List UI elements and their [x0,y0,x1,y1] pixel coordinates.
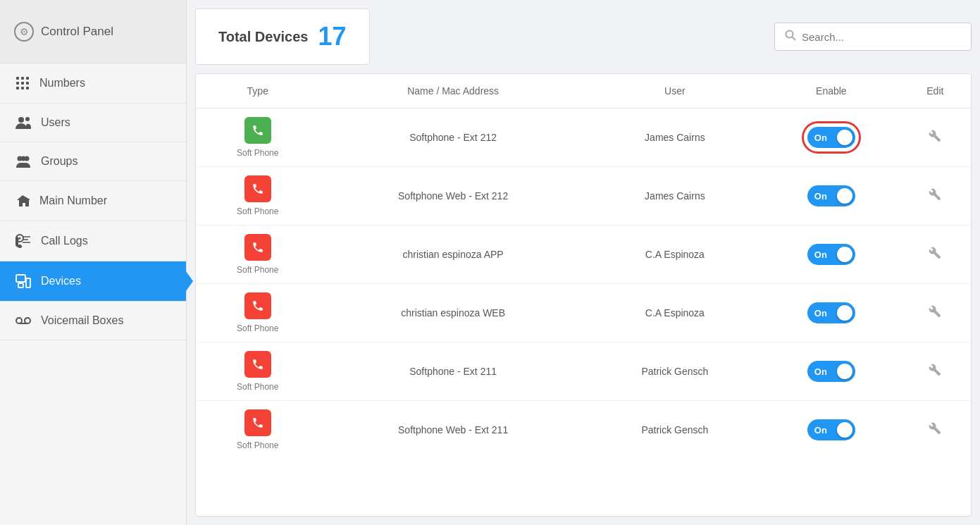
toggle-3[interactable]: On [807,302,855,323]
table-row: Soft Phone Softphone Web - Ext 211 Patri… [196,401,971,459]
sidebar-item-voicemail[interactable]: Voicemail Boxes [0,302,186,340]
sidebar-item-label-main-number: Main Number [39,194,107,207]
cell-user-2: C.A Espinoza [587,226,763,284]
edit-wrench-5[interactable] [929,424,941,438]
phone-icon-5 [244,409,271,436]
sidebar-item-users[interactable]: Users [0,104,186,142]
edit-wrench-1[interactable] [929,190,941,204]
cell-type-3: Soft Phone [196,284,320,342]
toggle-4[interactable]: On [807,361,855,382]
devices-table: Type Name / Mac Address User Enable Edit… [196,74,971,459]
topbar: Total Devices 17 [195,8,972,65]
svg-rect-4 [21,82,24,85]
toggle-0[interactable]: On [807,127,855,148]
cell-enable-5: On [763,401,900,459]
col-enable: Enable [763,74,900,109]
edit-wrench-0[interactable] [929,131,941,145]
home-icon [15,194,30,208]
soft-phone-label-3: Soft Phone [237,323,278,333]
cell-user-4: Patrick Gensch [587,342,763,401]
col-type: Type [196,74,320,109]
phone-icon-1 [244,175,271,202]
devices-table-container: Type Name / Mac Address User Enable Edit… [195,73,972,517]
toggle-label-3: On [814,308,827,319]
svg-point-13 [21,156,26,161]
cell-user-0: James Cairns [587,109,763,167]
svg-point-23 [16,318,22,323]
edit-wrench-3[interactable] [929,307,941,321]
edit-wrench-2[interactable] [929,248,941,262]
svg-point-10 [25,117,30,121]
sidebar-item-call-logs[interactable]: Call Logs [0,221,186,261]
cell-name-3: christian espinoza WEB [320,284,587,342]
search-box [774,23,972,51]
table-row: Soft Phone Softphone Web - Ext 212 James… [196,167,971,226]
cell-enable-1: On [763,167,900,226]
toggle-1[interactable]: On [807,185,855,206]
table-row: Soft Phone christian espinoza WEB C.A Es… [196,284,971,342]
cell-enable-3: On [763,284,900,342]
edit-wrench-4[interactable] [929,365,941,379]
sidebar-item-label-groups: Groups [41,155,77,168]
svg-rect-21 [26,278,30,288]
cell-type-1: Soft Phone [196,167,320,226]
cell-edit-2 [900,226,971,284]
cell-enable-4: On [763,342,900,401]
cell-edit-3 [900,284,971,342]
cell-enable-2: On [763,226,900,284]
toggle-knob-4 [837,364,852,379]
svg-rect-6 [16,87,19,89]
cell-name-2: christian espinoza APP [320,226,587,284]
table-row: Soft Phone Softphone - Ext 212 James Cai… [196,109,971,167]
control-panel-link[interactable]: ⚙ Control Panel [0,0,186,63]
cell-type-5: Soft Phone [196,401,320,459]
cell-user-5: Patrick Gensch [587,401,763,459]
groups-icon [15,155,31,168]
soft-phone-label-4: Soft Phone [237,382,278,392]
toggle-5[interactable]: On [807,419,855,440]
cell-user-1: James Cairns [587,167,763,226]
search-icon [785,30,796,44]
sidebar-item-devices[interactable]: Devices [0,261,186,302]
svg-rect-20 [18,283,23,288]
table-row: Soft Phone Softphone - Ext 211 Patrick G… [196,342,971,401]
toggle-label-2: On [814,249,827,260]
sidebar-item-label-call-logs: Call Logs [41,235,88,247]
devices-icon [15,274,31,288]
sidebar-item-main-number[interactable]: Main Number [0,181,186,221]
toggle-knob-5 [837,422,852,438]
search-input[interactable] [802,31,961,43]
toggle-label-0: On [814,132,827,143]
col-name: Name / Mac Address [320,74,587,109]
cell-edit-0 [900,109,971,167]
sidebar-item-label-voicemail: Voicemail Boxes [41,314,123,327]
table-header-row: Type Name / Mac Address User Enable Edit [196,74,971,109]
svg-rect-5 [26,82,29,85]
col-edit: Edit [900,74,971,109]
toggle-knob-2 [837,247,852,262]
toggle-label-4: On [814,366,827,377]
sidebar-item-label-devices: Devices [41,275,81,288]
svg-point-24 [25,318,30,323]
numbers-icon [15,76,30,90]
sidebar-item-numbers[interactable]: Numbers [0,63,186,104]
svg-rect-3 [16,82,19,85]
soft-phone-label-5: Soft Phone [237,440,278,450]
cell-user-3: C.A Espinoza [587,284,763,342]
total-devices-count: 17 [318,22,346,51]
toggle-knob-1 [837,188,852,204]
svg-rect-8 [26,87,29,89]
cell-type-0: Soft Phone [196,109,320,167]
sidebar-item-label-users: Users [41,116,70,129]
svg-point-9 [18,117,24,123]
sidebar-item-groups[interactable]: Groups [0,142,186,181]
toggle-label-5: On [814,425,827,436]
main-content: Total Devices 17 Type Name / Mac Address… [187,0,980,525]
toggle-2[interactable]: On [807,244,855,265]
toggle-label-1: On [814,191,827,202]
cell-type-4: Soft Phone [196,342,320,401]
sidebar: ⚙ Control Panel Numbers Users [0,0,187,525]
cell-name-1: Softphone Web - Ext 212 [320,167,587,226]
svg-rect-2 [26,77,29,80]
svg-line-27 [793,37,796,41]
